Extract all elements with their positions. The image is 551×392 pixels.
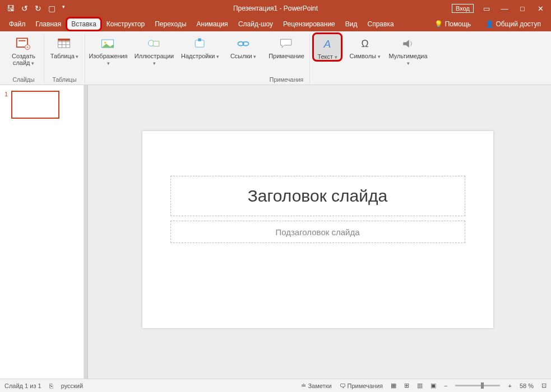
canvas-area: Заголовок слайда Подзаголовок слайда — [84, 85, 551, 379]
subtitle-placeholder-text: Подзаголовок слайда — [275, 227, 359, 237]
svg-text:Ω: Ω — [361, 38, 368, 49]
zoom-out-button[interactable]: − — [444, 382, 447, 389]
tab-animations[interactable]: Анимация — [192, 18, 233, 30]
comments-label: Примечания — [348, 382, 383, 389]
shapes-icon — [145, 36, 163, 52]
images-label: Изображения — [89, 53, 128, 66]
tab-transitions[interactable]: Переходы — [150, 18, 191, 30]
new-slide-button[interactable]: + Создать слайд — [7, 34, 40, 66]
link-icon — [234, 36, 252, 52]
maximize-icon[interactable]: □ — [517, 4, 527, 13]
tab-file[interactable]: Файл — [4, 18, 30, 30]
qat-dropdown-icon[interactable]: ▾ — [62, 4, 65, 13]
tab-insert[interactable]: Вставка — [67, 18, 101, 30]
title-placeholder[interactable]: Заголовок слайда — [170, 176, 465, 216]
slide-thumbnail-item[interactable]: 1 — [4, 91, 79, 119]
slide-canvas[interactable]: Заголовок слайда Подзаголовок слайда — [142, 131, 493, 328]
table-label: Таблица — [50, 53, 79, 59]
subtitle-placeholder[interactable]: Подзаголовок слайда — [170, 221, 465, 243]
media-button[interactable]: Мультимедиа — [388, 34, 428, 66]
svg-text:+: + — [26, 45, 29, 49]
ribbon-group-text: A Текст — [310, 34, 345, 83]
ribbon-group-slides: + Создать слайд Слайды — [3, 34, 44, 83]
tab-home[interactable]: Главная — [31, 18, 66, 30]
zoom-in-button[interactable]: + — [508, 382, 511, 389]
comments-pane-button[interactable]: 🗨 Примечания — [340, 382, 383, 389]
group-label-tables: Таблицы — [53, 76, 77, 83]
fit-window-icon[interactable]: ⊡ — [541, 382, 547, 389]
tell-me-label: Помощь — [445, 20, 471, 28]
text-button[interactable]: A Текст — [313, 34, 341, 60]
links-label: Ссылки — [230, 53, 256, 59]
redo-icon[interactable]: ↻ — [35, 4, 41, 13]
status-bar: Слайд 1 из 1 ⎘ русский ≐ Заметки 🗨 Приме… — [0, 379, 551, 392]
new-slide-label: Создать слайд — [7, 53, 40, 66]
ribbon-group-tables: Таблица Таблицы — [44, 34, 85, 83]
zoom-value[interactable]: 58 % — [520, 382, 534, 389]
quick-access-toolbar: 🖫 ↺ ↻ ▢ ▾ — [0, 4, 65, 13]
ribbon-tabs: Файл Главная Вставка Конструктор Переход… — [0, 17, 551, 31]
links-button[interactable]: Ссылки — [226, 34, 260, 59]
slide-count-label[interactable]: Слайд 1 из 1 — [4, 382, 41, 389]
images-icon — [99, 36, 117, 52]
tab-view[interactable]: Вид — [341, 18, 362, 30]
ribbon-group-addins: Надстройки — [177, 34, 223, 83]
tab-help[interactable]: Справка — [363, 18, 398, 30]
ribbon-group-links: Ссылки — [223, 34, 263, 83]
ribbon: + Создать слайд Слайды Таблица Таблицы И… — [0, 31, 551, 85]
tab-design[interactable]: Конструктор — [102, 18, 149, 30]
slide-number: 1 — [4, 91, 8, 119]
notes-button[interactable]: ≐ Заметки — [301, 382, 331, 389]
symbols-button[interactable]: Ω Символы — [348, 34, 382, 59]
slideshow-view-icon[interactable]: ▣ — [430, 382, 436, 389]
svg-rect-13 — [153, 41, 159, 46]
sorter-view-icon[interactable]: ⊞ — [404, 382, 409, 389]
ribbon-group-images: Изображения — [85, 34, 131, 83]
text-label: Текст — [317, 53, 337, 60]
group-label-slides: Слайды — [12, 76, 34, 83]
svg-marker-20 — [403, 40, 409, 48]
share-button[interactable]: 👤 Общий доступ — [481, 18, 545, 30]
slide-thumbnail[interactable] — [11, 91, 59, 119]
images-button[interactable]: Изображения — [89, 34, 128, 66]
svg-rect-14 — [195, 40, 204, 47]
normal-view-icon[interactable]: ▦ — [391, 382, 396, 389]
undo-icon[interactable]: ↺ — [21, 4, 28, 13]
start-slideshow-icon[interactable]: ▢ — [48, 4, 55, 13]
title-bar: 🖫 ↺ ↻ ▢ ▾ Презентация1 - PowerPoint Вход… — [0, 0, 551, 17]
close-icon[interactable]: ✕ — [535, 4, 545, 13]
comment-button[interactable]: Примечание — [267, 34, 306, 59]
ribbon-options-icon[interactable]: ▭ — [481, 4, 492, 13]
table-button[interactable]: Таблица — [48, 34, 81, 59]
zoom-slider[interactable] — [455, 385, 500, 386]
ribbon-group-comments: Примечание Примечания — [263, 34, 310, 83]
tell-me-button[interactable]: 💡 Помощь — [430, 18, 475, 30]
ribbon-group-media: Мультимедиа — [385, 34, 431, 83]
spellcheck-button[interactable]: ⎘ — [49, 382, 53, 389]
tab-review[interactable]: Рецензирование — [279, 18, 340, 30]
svg-point-11 — [104, 42, 107, 44]
tab-slideshow[interactable]: Слайд-шоу — [234, 18, 277, 30]
symbols-label: Символы — [349, 53, 380, 59]
speaker-icon — [399, 36, 417, 52]
title-placeholder-text: Заголовок слайда — [248, 186, 388, 206]
language-label[interactable]: русский — [61, 382, 83, 389]
table-icon — [55, 36, 73, 52]
svg-rect-1 — [18, 40, 25, 41]
splitter-vertical[interactable] — [84, 85, 88, 379]
save-icon[interactable]: 🖫 — [7, 4, 15, 13]
reading-view-icon[interactable]: ▥ — [417, 382, 423, 389]
sign-in-button[interactable]: Вход — [452, 4, 474, 13]
workspace: 1 Заголовок слайда Подзаголовок слайда — [0, 85, 551, 379]
media-label: Мультимедиа — [388, 53, 428, 66]
group-label-comments: Примечания — [270, 76, 304, 83]
minimize-icon[interactable]: — — [499, 4, 510, 13]
addins-button[interactable]: Надстройки — [180, 34, 220, 59]
comment-icon — [277, 36, 295, 52]
addins-label: Надстройки — [181, 53, 219, 59]
ribbon-group-illustrations: Иллюстрации — [131, 34, 177, 83]
share-icon: 👤 — [485, 20, 494, 28]
svg-rect-15 — [198, 38, 201, 41]
illustrations-button[interactable]: Иллюстрации — [135, 34, 174, 66]
slide-panel: 1 — [0, 85, 84, 379]
